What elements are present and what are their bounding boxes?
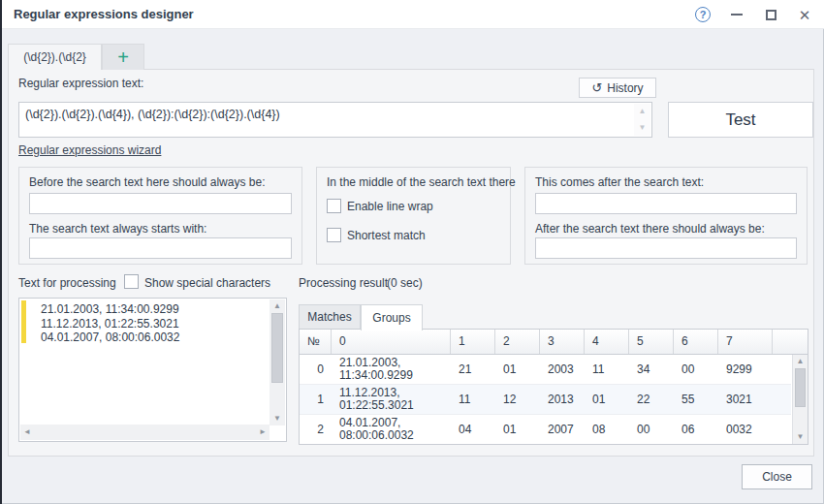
group-cell: 04 [451,415,495,444]
match-cell: 21.01.2003, 11:34:00.9299 [332,355,451,384]
shortest-match-label: Shortest match [347,229,426,242]
group-cell: 21 [451,355,495,384]
group-cell: 2007 [540,415,585,444]
group-cell: 55 [674,385,718,414]
window-title: Regular expressions designer [14,0,194,29]
column-header[interactable]: 0 [332,330,451,354]
text-line: 11.12.2013, 01:22:55.3021 [41,317,267,331]
line-wrap-row: Enable line wrap [327,199,433,213]
column-header[interactable]: 1 [451,330,495,354]
plus-icon: + [117,47,129,67]
column-header[interactable]: 6 [674,330,718,354]
before-group-box: Before the search text here should alway… [18,167,302,265]
help-button[interactable]: ? [693,5,713,24]
before-label: Before the search text here should alway… [29,175,265,189]
maximize-icon [766,10,776,20]
group-cell: 2013 [540,385,585,414]
scroll-right-icon[interactable]: ► [259,428,267,436]
column-header-filler [773,330,808,354]
scroll-down-icon[interactable]: ▼ [269,412,285,425]
textarea-horizontal-scrollbar[interactable]: ◄ ► [20,425,269,440]
history-button[interactable]: ↺ History [579,78,656,98]
add-tab-button[interactable]: + [102,44,144,70]
text-lines: 21.01.2003, 11:34:00.929911.12.2013, 01:… [41,302,267,345]
vertical-scroll-thumb[interactable] [271,313,283,383]
group-cell: 01 [495,415,540,444]
maximize-button[interactable] [761,5,780,24]
window-left-edge [0,0,2,504]
group-cell: 34 [629,355,674,384]
group-cell: 2003 [540,355,585,384]
text-for-processing-area[interactable]: 21.01.2003, 11:34:00.929911.12.2013, 01:… [18,298,287,442]
column-header[interactable]: № [300,330,332,354]
minimize-button[interactable] [727,5,746,24]
result-table-header: №01234567 [300,330,808,355]
shortest-match-checkbox[interactable] [327,228,341,242]
column-header[interactable]: 3 [540,330,585,354]
middle-title: In the middle of the search text there [327,175,516,189]
table-row[interactable]: 111.12.2013, 01:22:55.302111122013012255… [300,385,791,415]
column-header[interactable]: 4 [585,330,629,354]
table-row[interactable]: 021.01.2003, 11:34:00.929921012003113400… [300,355,791,385]
table-scroll-up-icon[interactable]: ▲ [793,355,808,368]
column-header[interactable]: 2 [495,330,540,354]
spinner-up-icon[interactable]: ▲ [639,108,647,115]
group-cell: 0032 [718,415,773,444]
show-special-chars-label: Show special characters [144,276,270,290]
before-input[interactable] [29,193,292,214]
history-icon: ↺ [591,81,602,94]
shortest-match-row: Shortest match [327,228,426,242]
close-icon: ✕ [799,8,811,22]
group-cell: 3021 [718,385,773,414]
after-always-input[interactable] [535,237,797,259]
text-for-processing-label: Text for processing [18,276,116,290]
show-special-chars-checkbox[interactable] [124,274,139,289]
history-button-label: History [607,81,643,95]
table-vertical-scrollbar[interactable]: ▲ ▼ [792,355,808,444]
window-controls: ? ✕ [693,0,814,29]
table-row[interactable]: 204.01.2007, 08:00:06.003204012007080006… [300,415,791,444]
after-group-box: This comes after the search text: After … [524,167,808,265]
group-cell: 08 [585,415,629,444]
line-wrap-checkbox[interactable] [327,199,341,213]
regex-wizard-link[interactable]: Regular expressions wizard [18,143,161,157]
scroll-left-icon[interactable]: ◄ [23,428,31,436]
group-cell: 11 [451,385,495,414]
processing-result-label: Processing result [299,276,388,290]
group-cell: 01 [585,385,629,414]
group-cell: 11 [585,355,629,384]
group-cell: 00 [629,415,674,444]
regex-input-spinner: ▲ ▼ [634,104,650,136]
column-header[interactable]: 7 [718,330,773,354]
comes-after-label: This comes after the search text: [535,175,704,189]
text-line: 21.01.2003, 11:34:00.9299 [41,302,267,317]
scroll-track [269,383,285,412]
middle-group-box: In the middle of the search text there E… [316,167,511,265]
tab-matches[interactable]: Matches [299,304,361,330]
scroll-up-icon[interactable]: ▲ [269,299,285,313]
line-wrap-label: Enable line wrap [347,200,433,213]
starts-with-input[interactable] [29,237,292,259]
close-window-button[interactable]: ✕ [795,5,814,24]
spinner-down-icon[interactable]: ▼ [639,124,647,132]
tab-groups[interactable]: Groups [361,304,423,331]
row-index: 0 [300,355,332,384]
result-table: №01234567 021.01.2003, 11:34:00.92992101… [299,329,808,445]
comes-after-input[interactable] [535,193,797,214]
group-cell: 9299 [718,355,773,384]
after-always-label: After the search text there should alway… [535,222,765,236]
textarea-vertical-scrollbar[interactable]: ▲ ▼ [269,299,285,425]
tab-expression-active[interactable]: (\d{2}).(\d{2} [8,44,102,70]
title-bar: Regular expressions designer ? ✕ [0,0,824,29]
minimize-icon [731,14,743,16]
table-scroll-thumb[interactable] [795,368,806,407]
table-scroll-down-icon[interactable]: ▼ [793,430,808,444]
close-button[interactable]: Close [742,464,812,489]
regex-input[interactable]: (\d{2}).(\d{2}).(\d{4}), (\d{2}):(\d{2})… [18,102,652,138]
help-icon: ? [695,7,711,22]
column-header[interactable]: 5 [629,330,674,354]
test-button[interactable]: Test [668,102,813,138]
group-cell: 22 [629,385,674,414]
group-cell: 12 [495,385,540,414]
main-panel: Regular expression text: ↺ History (\d{2… [8,69,814,457]
